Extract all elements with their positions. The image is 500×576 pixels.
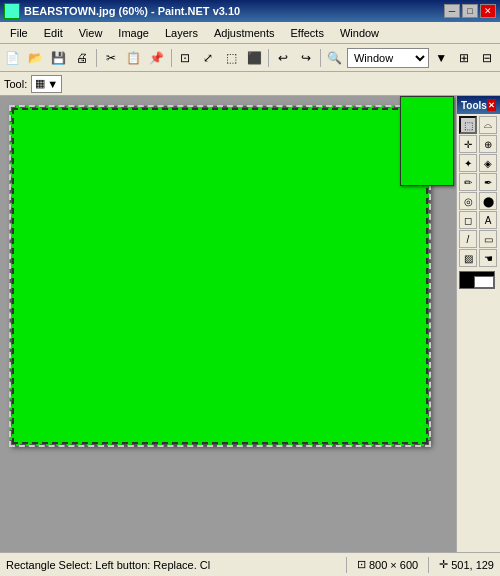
status-position: ✛ 501, 129 (439, 558, 494, 571)
paste-button[interactable]: 📌 (146, 47, 168, 69)
zoom-tool[interactable]: ⊕ (479, 135, 497, 153)
secondary-color[interactable] (474, 276, 494, 288)
toolbar: 📄 📂 💾 🖨 ✂ 📋 📌 ⊡ ⤢ ⬚ ⬛ ↩ ↪ 🔍 Window ▼ ⊞ ⊟ (0, 44, 500, 72)
window-title: BEARSTOWN.jpg (60%) - Paint.NET v3.10 (24, 5, 240, 17)
toolbar-separator-4 (320, 49, 321, 67)
lasso-tool[interactable]: ⌓ (479, 116, 497, 134)
tool-selector-icon: ▦ (35, 77, 45, 90)
paintbrush-tool[interactable]: ✏ (459, 173, 477, 191)
status-divider-1 (346, 557, 347, 573)
new-button[interactable]: 📄 (2, 47, 24, 69)
undo-button[interactable]: ↩ (272, 47, 294, 69)
recolor-tool[interactable]: ⬤ (479, 192, 497, 210)
save-button[interactable]: 💾 (48, 47, 70, 69)
menu-item-window[interactable]: Window (332, 22, 387, 44)
title-controls[interactable]: ─ □ ✕ (444, 4, 496, 18)
menu-item-view[interactable]: View (71, 22, 111, 44)
rect-select-tool[interactable]: ⬚ (459, 116, 477, 134)
dims-icon: ⊡ (357, 558, 366, 571)
primary-color[interactable] (459, 271, 495, 289)
title-bar-left: BEARSTOWN.jpg (60%) - Paint.NET v3.10 (4, 3, 240, 19)
canvas-area[interactable] (0, 96, 456, 552)
line-tool[interactable]: / (459, 230, 477, 248)
tool-selector[interactable]: ▦ ▼ (31, 75, 62, 93)
toolbar-separator-2 (171, 49, 172, 67)
print-button[interactable]: 🖨 (71, 47, 93, 69)
zoom-out-button[interactable]: 🔍 (324, 47, 346, 69)
zoom-in-button[interactable]: ▼ (430, 47, 452, 69)
close-button[interactable]: ✕ (480, 4, 496, 18)
redo-button[interactable]: ↪ (295, 47, 317, 69)
invert-sel-button[interactable]: ⬛ (243, 47, 265, 69)
toolbar-separator-1 (96, 49, 97, 67)
clone-stamp-tool[interactable]: ◎ (459, 192, 477, 210)
app-icon (4, 3, 20, 19)
title-bar: BEARSTOWN.jpg (60%) - Paint.NET v3.10 ─ … (0, 0, 500, 22)
minimize-button[interactable]: ─ (444, 4, 460, 18)
text-tool[interactable]: A (479, 211, 497, 229)
hand-tool[interactable]: ☚ (479, 249, 497, 267)
menu-item-adjustments[interactable]: Adjustments (206, 22, 283, 44)
window-dropdown[interactable]: Window (347, 48, 429, 68)
shapes-tool[interactable]: ▭ (479, 230, 497, 248)
status-text: Rectangle Select: Left button: Replace. … (6, 559, 336, 571)
menu-item-edit[interactable]: Edit (36, 22, 71, 44)
tool-label: Tool: (4, 78, 27, 90)
pencil-tool[interactable]: ✒ (479, 173, 497, 191)
image-thumbnail (400, 96, 454, 186)
tools-panel: Tools ✕ ⬚ ⌓ ✛ ⊕ ✦ ◈ ✏ ✒ ◎ ⬤ ◻ A / ▭ ▨ ☚ (456, 96, 500, 552)
magic-wand-tool[interactable]: ✦ (459, 154, 477, 172)
tools-panel-title: Tools (461, 100, 487, 111)
crop-button[interactable]: ⊡ (174, 47, 196, 69)
toolbar-separator-3 (268, 49, 269, 67)
maximize-button[interactable]: □ (462, 4, 478, 18)
main-area: Tools ✕ ⬚ ⌓ ✛ ⊕ ✦ ◈ ✏ ✒ ◎ ⬤ ◻ A / ▭ ▨ ☚ (0, 96, 500, 552)
actual-size-button[interactable]: ⊟ (476, 47, 498, 69)
gradient-tool[interactable]: ▨ (459, 249, 477, 267)
color-section (457, 269, 500, 291)
move-tool[interactable]: ✛ (459, 135, 477, 153)
menu-item-image[interactable]: Image (110, 22, 157, 44)
tools-panel-titlebar: Tools ✕ (457, 96, 500, 114)
tool-selector-arrow: ▼ (47, 78, 58, 90)
menu-bar: FileEditViewImageLayersAdjustmentsEffect… (0, 22, 500, 44)
pos-value: 501, 129 (451, 559, 494, 571)
open-button[interactable]: 📂 (25, 47, 47, 69)
resize-button[interactable]: ⤢ (197, 47, 219, 69)
fit-button[interactable]: ⊞ (453, 47, 475, 69)
deselect-button[interactable]: ⬚ (220, 47, 242, 69)
menu-item-effects[interactable]: Effects (283, 22, 332, 44)
tools-grid: ⬚ ⌓ ✛ ⊕ ✦ ◈ ✏ ✒ ◎ ⬤ ◻ A / ▭ ▨ ☚ (457, 114, 500, 269)
status-bar: Rectangle Select: Left button: Replace. … (0, 552, 500, 576)
copy-button[interactable]: 📋 (123, 47, 145, 69)
tool-options-row: Tool: ▦ ▼ (0, 72, 500, 96)
dims-value: 800 × 600 (369, 559, 418, 571)
canvas-wrapper (10, 106, 430, 446)
status-divider-2 (428, 557, 429, 573)
status-dimensions: ⊡ 800 × 600 (357, 558, 418, 571)
pos-icon: ✛ (439, 558, 448, 571)
cut-button[interactable]: ✂ (100, 47, 122, 69)
menu-item-file[interactable]: File (2, 22, 36, 44)
paint-bucket-tool[interactable]: ◈ (479, 154, 497, 172)
tools-panel-close[interactable]: ✕ (487, 99, 496, 111)
image-canvas[interactable] (10, 106, 430, 446)
menu-item-layers[interactable]: Layers (157, 22, 206, 44)
eraser-tool[interactable]: ◻ (459, 211, 477, 229)
